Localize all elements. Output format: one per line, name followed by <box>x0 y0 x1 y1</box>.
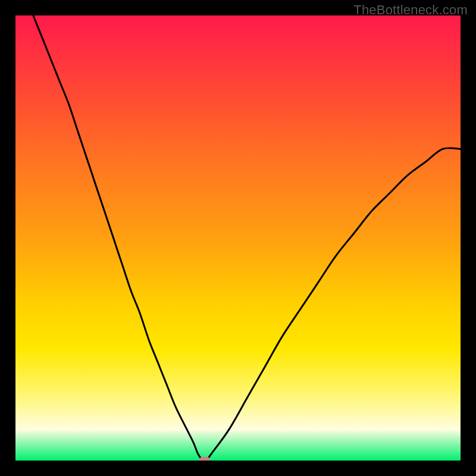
chart-frame: TheBottleneck.com <box>0 0 476 476</box>
plot-area <box>15 15 461 461</box>
bottleneck-curve <box>15 15 461 461</box>
minimum-marker <box>199 457 210 461</box>
watermark-text: TheBottleneck.com <box>353 2 468 18</box>
